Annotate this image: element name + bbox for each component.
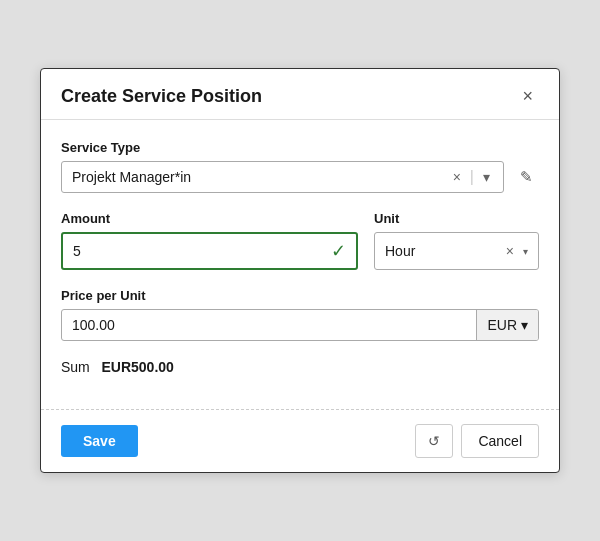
cancel-button[interactable]: Cancel	[461, 424, 539, 458]
price-per-unit-field: Price per Unit EUR ▾	[61, 288, 539, 341]
dialog-title: Create Service Position	[61, 86, 262, 107]
currency-select[interactable]: EUR ▾	[476, 310, 538, 340]
currency-chevron-icon: ▾	[521, 317, 528, 333]
check-icon: ✓	[331, 240, 346, 262]
dialog-body: Service Type Projekt Manager*in × | ▾ ✎	[41, 120, 559, 409]
dialog-header: Create Service Position ×	[41, 69, 559, 120]
service-type-controls: × | ▾	[450, 168, 493, 186]
unit-value: Hour	[385, 243, 497, 259]
service-type-clear-button[interactable]: ×	[450, 169, 464, 185]
sum-row: Sum EUR500.00	[61, 359, 539, 375]
amount-field: Amount ✓	[61, 211, 358, 270]
service-type-edit-button[interactable]: ✎	[514, 166, 539, 188]
chevron-down-icon: ▾	[483, 169, 490, 185]
unit-label: Unit	[374, 211, 539, 226]
sum-value: EUR500.00	[101, 359, 173, 375]
unit-chevron-icon: ▾	[523, 246, 528, 257]
service-type-value: Projekt Manager*in	[72, 169, 444, 185]
currency-value: EUR	[487, 317, 517, 333]
service-type-label: Service Type	[61, 140, 539, 155]
service-type-select[interactable]: Projekt Manager*in × | ▾	[61, 161, 504, 193]
reset-button[interactable]: ↺	[415, 424, 453, 458]
dialog-footer: Save ↺ Cancel	[41, 409, 559, 472]
amount-unit-row: Amount ✓ Unit Hour × ▾	[61, 211, 539, 270]
amount-label: Amount	[61, 211, 358, 226]
service-type-field: Service Type Projekt Manager*in × | ▾ ✎	[61, 140, 539, 193]
save-button[interactable]: Save	[61, 425, 138, 457]
unit-clear-button[interactable]: ×	[503, 243, 517, 259]
unit-select[interactable]: Hour × ▾	[374, 232, 539, 270]
close-button[interactable]: ×	[516, 85, 539, 107]
create-service-position-dialog: Create Service Position × Service Type P…	[40, 68, 560, 473]
service-type-dropdown-button[interactable]: ▾	[480, 169, 493, 185]
amount-input[interactable]	[73, 243, 331, 259]
sum-label: Sum	[61, 359, 90, 375]
price-per-unit-label: Price per Unit	[61, 288, 539, 303]
footer-right: ↺ Cancel	[415, 424, 539, 458]
divider: |	[470, 168, 474, 186]
price-input-wrapper: EUR ▾	[61, 309, 539, 341]
amount-input-wrapper: ✓	[61, 232, 358, 270]
unit-field: Unit Hour × ▾	[374, 211, 539, 270]
price-input[interactable]	[62, 310, 476, 340]
